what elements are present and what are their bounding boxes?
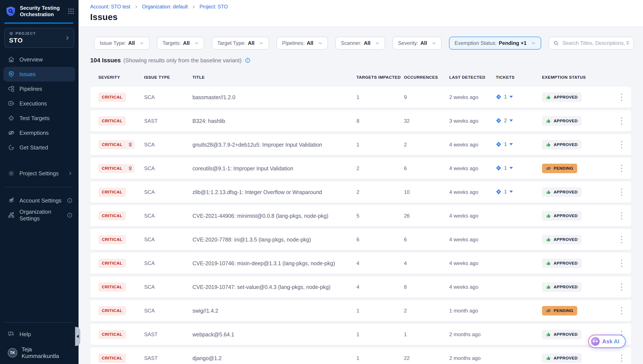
severity-badge: CRITICAL	[98, 354, 126, 363]
severity-badge: CRITICAL	[98, 235, 126, 244]
sidebar-item-project-settings[interactable]: Project Settings	[0, 166, 79, 181]
issue-row[interactable]: CRITICAL SCA coreutils@9.1-1: Improper I…	[90, 158, 631, 179]
ticket-link[interactable]: 1	[496, 189, 513, 195]
info-icon[interactable]	[67, 198, 73, 203]
filter-dropdown[interactable]: Pipelines: All	[276, 37, 328, 50]
sidebar-item-exemptions[interactable]: Exemptions	[0, 126, 79, 140]
ticket-link[interactable]: 2	[496, 118, 513, 124]
filter-value: All	[248, 40, 255, 46]
filter-dropdown[interactable]: Targets: All	[157, 37, 204, 50]
org-chart-gear-icon	[8, 212, 15, 219]
issue-title[interactable]: CVE-2019-10747: set-value@0.4.3 (lang-pk…	[193, 284, 356, 290]
ticket-caret-icon[interactable]	[509, 120, 513, 123]
row-menu-button[interactable]	[619, 162, 624, 175]
row-menu-button[interactable]	[619, 352, 624, 364]
issue-row[interactable]: CRITICAL SCA CVE-2019-10746: mixin-deep@…	[90, 253, 631, 274]
issue-title[interactable]: webpack@5.64.1	[193, 332, 356, 338]
info-icon[interactable]	[245, 58, 251, 63]
module-accent-bar	[4, 22, 73, 24]
issue-row[interactable]: CRITICAL SAST webpack@5.64.1 1 1 2 month…	[90, 324, 631, 345]
sidebar-item-help[interactable]: ? Help	[0, 327, 79, 342]
issue-row[interactable]: CRITICAL SAST django@1.2 1 22 2 months a…	[90, 348, 631, 364]
row-menu-button[interactable]	[619, 186, 624, 198]
exemption-status-label: APPROVED	[554, 95, 578, 100]
issue-title[interactable]: B324: hashlib	[193, 118, 356, 124]
issue-title[interactable]: swig//1.4.2	[193, 308, 356, 314]
issue-title[interactable]: CVE-2020-7788: ini@1.3.5 (lang-pkgs, nod…	[193, 236, 356, 243]
filter-dropdown[interactable]: Exemption Status: Pending +1	[449, 37, 541, 50]
occurrences: 9	[404, 94, 449, 100]
sidebar-collapse-handle[interactable]	[75, 327, 80, 346]
sidebar-item-pipelines[interactable]: Pipelines	[0, 82, 79, 96]
last-detected: 4 weeks ago	[449, 142, 496, 148]
issues-content: Issue Type: All Targets: All Target Type…	[79, 27, 643, 364]
issue-row[interactable]: CRITICAL SCA swig//1.4.2 1 2 1 month ago…	[90, 300, 631, 321]
eye-off-icon	[546, 166, 551, 171]
issue-title[interactable]: CVE-2019-10746: mixin-deep@1.3.1 (lang-p…	[193, 260, 356, 266]
issue-row[interactable]: CRITICAL SAST B324: hashlib 8 32 3 weeks…	[90, 110, 631, 132]
ask-ai-label: Ask AI	[602, 338, 619, 345]
ticket-caret-icon[interactable]	[509, 143, 513, 147]
row-menu-button[interactable]	[619, 304, 624, 317]
row-menu-button[interactable]	[619, 210, 624, 222]
targets-impacted: 2	[356, 189, 404, 195]
sidebar-item-executions[interactable]: Executions	[0, 96, 79, 111]
exemption-status-badge: APPROVED	[542, 116, 581, 126]
issue-type: SAST	[144, 355, 193, 361]
issue-title[interactable]: CVE-2021-44906: minimist@0.0.8 (lang-pkg…	[193, 213, 356, 219]
sidebar-item-overview[interactable]: Overview	[0, 52, 79, 67]
issue-title[interactable]: gnutls28@3.7.9-2+deb12u5: Improper Input…	[193, 142, 356, 148]
ticket-link[interactable]: 1	[496, 94, 513, 100]
info-icon[interactable]	[67, 212, 73, 218]
issue-row[interactable]: CRITICAL SCA gnutls28@3.7.9-2+deb12u5: I…	[90, 134, 631, 155]
issue-row[interactable]: CRITICAL SCA bassmaster//1.2.0 1 9 2 wee…	[90, 87, 631, 108]
ask-ai-button[interactable]: Ask AI	[588, 335, 626, 348]
filter-dropdown[interactable]: Target Type: All	[212, 37, 269, 50]
search-input[interactable]	[562, 40, 629, 46]
issue-type: SAST	[144, 332, 193, 338]
sidebar-item-get-started[interactable]: Get Started	[0, 140, 79, 155]
row-menu-button[interactable]	[619, 233, 624, 246]
row-menu-button[interactable]	[619, 115, 624, 127]
occurrences: 26	[404, 213, 449, 219]
sidebar-divider	[5, 322, 73, 322]
sidebar-item-organization-settings[interactable]: Organization Settings	[0, 208, 79, 222]
layers-gear-icon	[8, 197, 15, 204]
issue-row[interactable]: CRITICAL SCA zlib@1:1.2.13.dfsg-1: Integ…	[90, 182, 631, 203]
filter-dropdown[interactable]: Severity: All	[392, 37, 442, 50]
filter-dropdown[interactable]: Issue Type: All	[94, 37, 150, 50]
filter-label: Issue Type:	[100, 40, 126, 46]
ticket-caret-icon[interactable]	[509, 96, 513, 100]
issues-shield-icon	[8, 71, 15, 78]
row-menu-button[interactable]	[619, 91, 624, 104]
ticket-link[interactable]: 1	[496, 165, 513, 171]
targets-impacted: 8	[356, 118, 404, 124]
issue-row[interactable]: CRITICAL SCA CVE-2021-44906: minimist@0.…	[90, 205, 631, 226]
severity-badge: CRITICAL	[98, 140, 135, 149]
sidebar-item-issues[interactable]: Issues	[4, 67, 75, 82]
issue-title[interactable]: django@1.2	[193, 355, 356, 362]
row-menu-button[interactable]	[619, 138, 624, 151]
ticket-link[interactable]: 1	[496, 141, 513, 147]
row-menu-button[interactable]	[619, 281, 624, 293]
filter-dropdown[interactable]: Scanner: All	[335, 37, 385, 50]
issue-row[interactable]: CRITICAL SCA CVE-2019-10747: set-value@0…	[90, 276, 631, 298]
thumbs-up-icon	[546, 95, 551, 100]
project-selector[interactable]: PROJECT STO	[4, 28, 74, 48]
sidebar-item-test-targets[interactable]: Test Targets	[0, 111, 79, 126]
breadcrumb-link[interactable]: Account: STO test	[90, 4, 130, 10]
ticket-caret-icon[interactable]	[509, 191, 513, 194]
breadcrumb-link[interactable]: Project: STO	[199, 4, 228, 10]
jira-icon	[496, 165, 501, 171]
issue-title[interactable]: zlib@1:1.2.13.dfsg-1: Integer Overflow o…	[193, 189, 356, 195]
breadcrumb-link[interactable]: Organization: default	[142, 4, 188, 10]
row-menu-button[interactable]	[619, 257, 624, 270]
issue-row[interactable]: CRITICAL SCA CVE-2020-7788: ini@1.3.5 (l…	[90, 229, 631, 250]
ticket-caret-icon[interactable]	[509, 167, 513, 171]
sidebar-item-account-settings[interactable]: Account Settings	[0, 193, 79, 208]
user-menu[interactable]: TK Teja Kummarikuntla	[0, 346, 79, 360]
issue-title[interactable]: coreutils@9.1-1: Improper Input Validati…	[193, 166, 356, 172]
module-grid-icon[interactable]	[68, 8, 74, 14]
issue-title[interactable]: bassmaster//1.2.0	[193, 94, 356, 100]
sidebar-nav: Overview Issues Pipelines Executions Tes…	[0, 52, 79, 155]
